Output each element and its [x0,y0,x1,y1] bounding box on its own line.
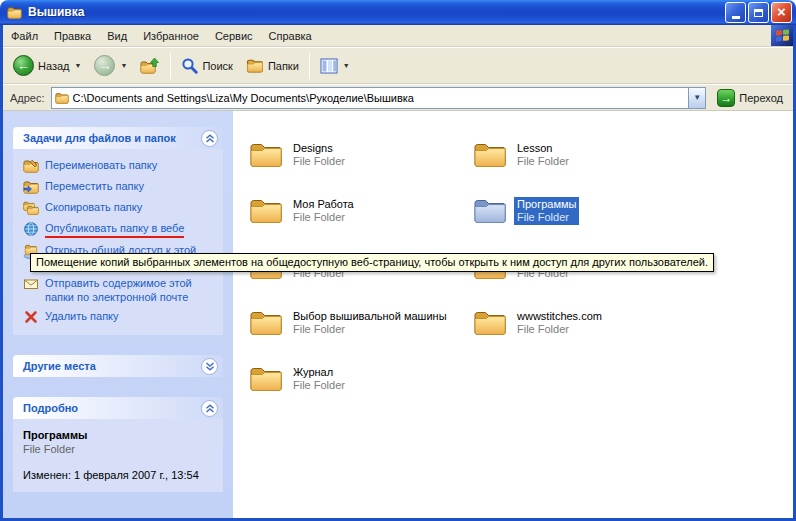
back-icon: ← [13,55,34,76]
title-bar[interactable]: Вышивка × [0,0,796,25]
window-controls: × [725,2,792,23]
forward-icon: → [94,55,115,76]
details-item-modified: Изменен: 1 февраля 2007 г., 13:54 [23,468,217,482]
address-path: C:\Documents and Settings\Liza\My Docume… [73,92,685,104]
views-button[interactable]: ▼ [314,50,356,81]
folders-button[interactable]: Папки [240,50,305,81]
forward-button[interactable]: → ▼ [88,50,133,81]
minimize-icon [732,16,740,19]
task-rename-folder[interactable]: Переименовать папку [23,158,217,174]
folder-icon [473,309,507,337]
address-folder-icon [55,91,69,105]
tasks-panel-title: Задачи для файлов и папок [23,132,176,144]
search-label: Поиск [202,60,232,72]
search-button[interactable]: Поиск [175,50,238,81]
address-bar: Адрес: C:\Documents and Settings\Liza\My… [3,84,793,111]
tooltip: Помещение копий выбранных элементов на о… [30,253,714,272]
task-delete-folder[interactable]: Удалить папку [23,309,217,325]
address-input[interactable]: C:\Documents and Settings\Liza\My Docume… [51,87,707,109]
other-places-panel: Другие места [13,355,223,377]
task-copy-folder[interactable]: Скопировать папку [23,200,217,216]
go-label: Переход [739,92,783,104]
explorer-window: Вышивка × Файл Правка Вид Избранное Серв… [0,0,796,521]
details-item-type: File Folder [23,442,217,456]
windows-logo [771,25,793,46]
folder-tile-zhurnal[interactable]: ЖурналFile Folder [249,353,471,405]
collapse-chevron-icon[interactable] [201,400,218,417]
other-places-header[interactable]: Другие места [13,355,223,377]
menu-favorites[interactable]: Избранное [135,25,207,46]
task-pane: Задачи для файлов и папок Переименовать … [3,111,233,518]
menu-file[interactable]: Файл [3,25,46,46]
folder-tile-lesson[interactable]: LessonFile Folder [473,129,695,181]
folder-icon [249,141,283,169]
close-icon: × [777,4,786,19]
maximize-button[interactable] [748,2,769,23]
folder-icon [473,141,507,169]
tasks-panel: Задачи для файлов и папок Переименовать … [13,127,223,335]
menu-edit[interactable]: Правка [46,25,99,46]
task-move-folder[interactable]: Переместить папку [23,179,217,195]
folder-tile-wwwstitches[interactable]: wwwstitches.comFile Folder [473,297,695,349]
toolbar: ← Назад ▼ → ▼ Поиск [3,47,793,84]
folder-tile-programmy-selected[interactable]: ПрограммыFile Folder [473,185,695,237]
folder-tile-vybor-mashiny[interactable]: Выбор вышивальной машиныFile Folder [249,297,471,349]
rename-folder-icon [23,158,39,174]
address-label: Адрес: [10,92,45,104]
go-arrow-icon: → [717,89,735,107]
folder-icon-selected [473,197,507,225]
folder-tile-moya-rabota[interactable]: Моя РаботаFile Folder [249,185,471,237]
minimize-button[interactable] [725,2,746,23]
copy-folder-icon [23,200,39,216]
views-dropdown-icon: ▼ [343,62,350,69]
details-item-name: Программы [23,428,217,442]
window-title: Вышивка [28,5,720,20]
window-frame: Файл Правка Вид Избранное Сервис Справка… [0,25,796,521]
folders-icon [246,57,264,74]
close-button[interactable]: × [771,2,792,23]
other-places-title: Другие места [23,360,96,372]
expand-chevron-icon[interactable] [201,358,218,375]
email-folder-icon [23,276,39,292]
back-label: Назад [38,60,70,72]
folder-icon [249,197,283,225]
details-panel: Подробно Программы File Folder Изменен: … [13,397,223,492]
folder-icon [6,5,23,20]
menu-spacer [320,25,771,46]
publish-web-icon [23,221,39,237]
search-icon [181,57,198,74]
views-icon [320,58,338,74]
toolbar-separator [309,53,310,79]
menu-view[interactable]: Вид [99,25,135,46]
folder-tile-designs[interactable]: DesignsFile Folder [249,129,471,181]
maximize-icon [754,9,763,17]
tasks-panel-header[interactable]: Задачи для файлов и папок [13,127,223,149]
folder-content-area: DesignsFile Folder LessonFile Folder Моя… [233,111,793,518]
forward-dropdown-icon: ▼ [120,62,127,69]
details-title: Подробно [23,402,78,414]
delete-folder-icon [23,309,39,325]
details-body: Программы File Folder Изменен: 1 февраля… [13,419,223,492]
move-folder-icon [23,179,39,195]
back-button[interactable]: ← Назад ▼ [7,50,87,81]
task-email-folder[interactable]: Отправить содержимое этой папки по элект… [23,276,217,304]
collapse-chevron-icon[interactable] [201,130,218,147]
task-publish-folder-web[interactable]: Опубликовать папку в вебе [23,221,217,238]
back-dropdown-icon: ▼ [75,62,82,69]
folder-icon [249,365,283,393]
menu-bar: Файл Правка Вид Избранное Сервис Справка [3,25,793,47]
folder-icon [249,309,283,337]
up-button[interactable] [134,50,166,81]
up-folder-icon [140,57,160,75]
address-dropdown-button[interactable]: ▼ [688,88,705,108]
window-body: Задачи для файлов и папок Переименовать … [3,111,793,518]
menu-help[interactable]: Справка [261,25,320,46]
details-header[interactable]: Подробно [13,397,223,419]
folders-label: Папки [268,60,299,72]
windows-flag-icon [776,29,789,41]
menu-tools[interactable]: Сервис [207,25,261,46]
tasks-panel-body: Переименовать папку Переместить папку [13,149,223,335]
go-button[interactable]: → Переход [712,86,788,110]
toolbar-separator [170,53,171,79]
